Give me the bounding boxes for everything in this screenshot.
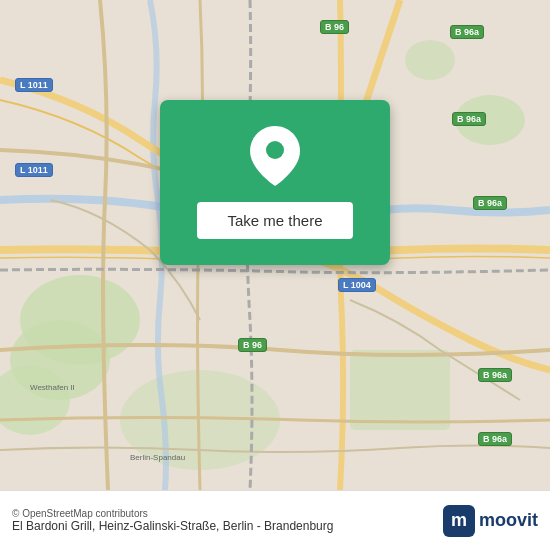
moovit-logo: m moovit (443, 505, 538, 537)
map-area: Westhafen II Berlin-Spandau Take me ther… (0, 0, 550, 490)
road-badge-l1004: L 1004 (338, 278, 376, 292)
road-badge-b96a-mid1: B 96a (452, 112, 486, 126)
moovit-icon: m (443, 505, 475, 537)
road-badge-b96a-mid2: B 96a (473, 196, 507, 210)
bottom-bar: © OpenStreetMap contributors El Bardoni … (0, 490, 550, 550)
road-badge-l1011-mid: L 1011 (15, 163, 53, 177)
svg-point-5 (405, 40, 455, 80)
road-badge-b96a-low: B 96a (478, 368, 512, 382)
osm-credit: © OpenStreetMap contributors (12, 508, 333, 519)
road-badge-b96-top: B 96 (320, 20, 349, 34)
moovit-text: moovit (479, 510, 538, 531)
svg-point-10 (266, 141, 284, 159)
moovit-m-letter: m (451, 510, 467, 531)
location-info: © OpenStreetMap contributors El Bardoni … (12, 508, 333, 533)
svg-text:Berlin-Spandau: Berlin-Spandau (130, 453, 185, 462)
svg-rect-6 (350, 350, 450, 430)
road-badge-b96a-lower: B 96a (478, 432, 512, 446)
take-me-there-button[interactable]: Take me there (197, 202, 352, 239)
road-badge-b96a-top: B 96a (450, 25, 484, 39)
location-card: Take me there (160, 100, 390, 265)
road-badge-l1011-top: L 1011 (15, 78, 53, 92)
svg-text:Westhafen II: Westhafen II (30, 383, 75, 392)
location-pin-icon (250, 126, 300, 190)
app-container: Westhafen II Berlin-Spandau Take me ther… (0, 0, 550, 550)
road-badge-b96-mid: B 96 (238, 338, 267, 352)
location-text: El Bardoni Grill, Heinz-Galinski-Straße,… (12, 519, 333, 533)
